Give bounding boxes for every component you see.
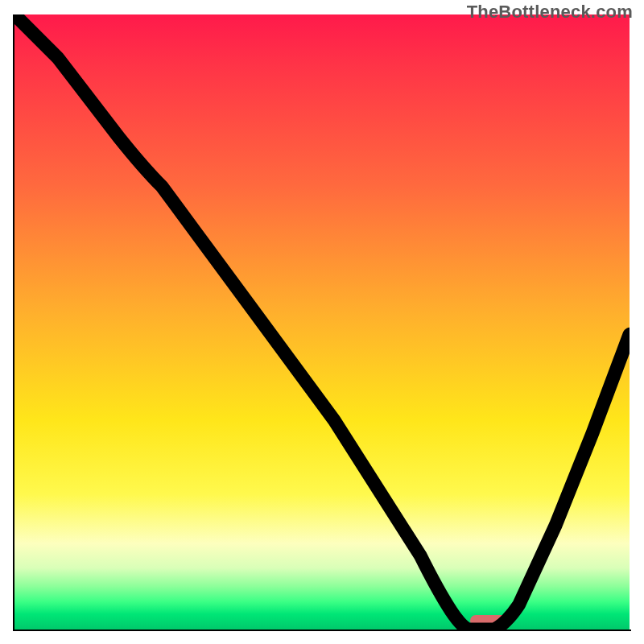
bottleneck-chart: TheBottleneck.com — [0, 0, 644, 644]
plot-area — [14, 14, 630, 630]
curve-svg — [14, 14, 630, 630]
watermark-text: TheBottleneck.com — [467, 2, 633, 23]
bottleneck-curve-path — [14, 14, 630, 630]
x-axis-line — [13, 630, 631, 631]
